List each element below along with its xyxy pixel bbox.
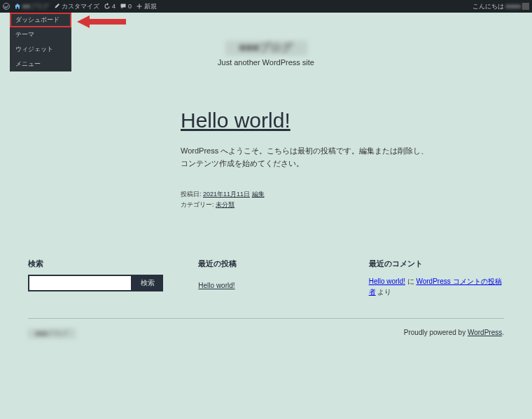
recent-comment-mid: に [405, 277, 416, 285]
footer-powered-text: Proudly powered by [404, 329, 468, 336]
account-link[interactable]: こんにちは ■■■■ [472, 2, 529, 11]
updates-count: 4 [112, 3, 115, 10]
updates-link[interactable]: 4 [104, 3, 115, 10]
widget-recent-comments: 最近のコメント Hello world! に WordPress コメントの投稿… [369, 259, 504, 297]
admin-bar-right: こんにちは ■■■■ [472, 2, 529, 11]
brush-icon [53, 3, 60, 10]
search-input[interactable] [28, 275, 132, 291]
site-tagline: Just another WordPress site [21, 58, 511, 67]
new-label: 新規 [144, 2, 157, 11]
widget-search-title: 検索 [28, 259, 163, 269]
site-title[interactable]: ■■■ブログ [225, 41, 307, 55]
comments-count: 0 [128, 3, 132, 10]
footer-divider [28, 318, 504, 319]
footer-credits: Proudly powered by WordPress. [404, 329, 504, 338]
comment-icon [120, 3, 127, 10]
avatar [522, 3, 529, 10]
username-text: ■■■■ [505, 3, 521, 10]
svg-marker-1 [77, 15, 126, 28]
search-form: 検索 [28, 275, 163, 291]
post-category-link[interactable]: 未分類 [216, 201, 234, 208]
dropdown-dashboard[interactable]: ダッシュボード [10, 13, 71, 27]
footer-site-title[interactable]: ■■■ブログ [28, 329, 76, 338]
site-name-text: ■■ブログ [22, 2, 49, 11]
widget-recent-posts-title: 最近の投稿 [198, 259, 333, 269]
post-title-link[interactable]: Hello world! [181, 109, 433, 132]
widget-recent-comments-title: 最近のコメント [369, 259, 504, 269]
site-header: ■■■ブログ Just another WordPress site [21, 41, 511, 67]
recent-comment-post-link[interactable]: Hello world! [369, 277, 405, 285]
comments-link[interactable]: 0 [120, 3, 132, 10]
post-meta: 投稿日: 2021年11月11日 編集 カテゴリー: 未分類 [181, 189, 433, 210]
plus-icon [136, 3, 143, 10]
admin-bar: ■■ブログ カスタマイズ 4 0 新規 こんにちは ■■■■ [0, 0, 532, 13]
dropdown-themes[interactable]: テーマ [10, 27, 71, 42]
annotation-arrow-icon [77, 14, 126, 29]
footer-widgets: 検索 検索 最近の投稿 Hello world! 最近のコメント Hello w… [21, 259, 511, 297]
search-button[interactable]: 検索 [132, 275, 163, 291]
post-excerpt: WordPress へようこそ。こちらは最初の投稿です。編集または削除し、コンテ… [181, 145, 433, 170]
home-icon [14, 3, 21, 10]
dropdown-widgets[interactable]: ウィジェット [10, 42, 71, 57]
wp-logo[interactable] [3, 3, 10, 10]
post-date-label: 投稿日: [181, 191, 202, 198]
site-name-link[interactable]: ■■ブログ [14, 2, 49, 11]
widget-search: 検索 検索 [28, 259, 163, 297]
widget-recent-posts: 最近の投稿 Hello world! [198, 259, 333, 297]
recent-comment-tail: より [376, 288, 392, 296]
customize-link[interactable]: カスタマイズ [53, 2, 99, 11]
admin-bar-left: ■■ブログ カスタマイズ 4 0 新規 [3, 2, 157, 11]
update-icon [104, 3, 111, 10]
site-dropdown: ダッシュボード テーマ ウィジェット メニュー [10, 13, 71, 71]
new-link[interactable]: 新規 [136, 2, 157, 11]
post-date-link[interactable]: 2021年11月11日 [203, 191, 250, 198]
recent-comment-item: Hello world! に WordPress コメントの投稿者 より [369, 276, 504, 297]
recent-post-link[interactable]: Hello world! [198, 282, 234, 289]
customize-label: カスタマイズ [62, 2, 99, 11]
greeting-text: こんにちは [472, 2, 504, 11]
post-cat-label: カテゴリー: [181, 201, 214, 208]
site-footer: ■■■ブログ Proudly powered by WordPress. [21, 329, 511, 338]
main-content: Hello world! WordPress へようこそ。こちらは最初の投稿です… [181, 109, 433, 210]
dropdown-menus[interactable]: メニュー [10, 57, 71, 71]
post-edit-link[interactable]: 編集 [252, 191, 265, 198]
footer-wp-link[interactable]: WordPress [468, 329, 502, 336]
page-body: ■■■ブログ Just another WordPress site Hello… [0, 13, 532, 419]
wordpress-icon [3, 3, 10, 10]
